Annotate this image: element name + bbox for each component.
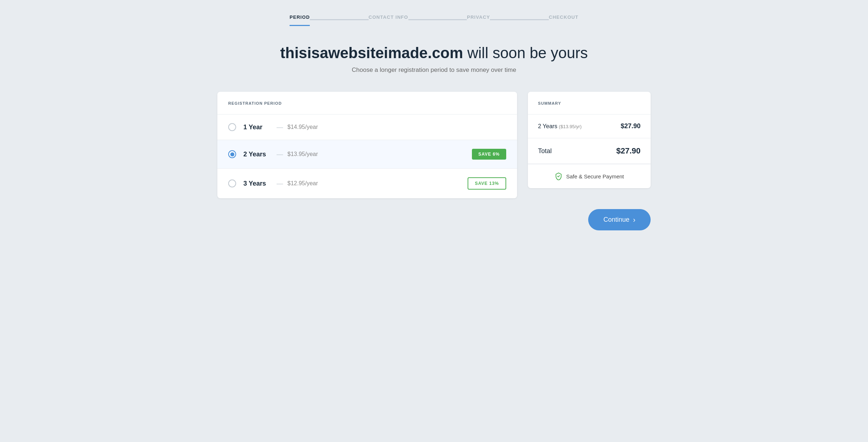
shield-check-icon — [555, 172, 563, 180]
step-connector-2 — [408, 19, 467, 20]
content-row: REGISTRATION PERIOD 1 Year — $14.95/year… — [217, 92, 651, 198]
page-title: thisisawebsiteimade.com will soon be you… — [280, 44, 588, 62]
summary-item-description: 2 Years ($13.95/yr) — [538, 123, 582, 130]
summary-total-row: Total $27.90 — [528, 138, 651, 164]
radio-3yr[interactable] — [228, 179, 236, 187]
save-badge-2yr[interactable]: SAVE 6% — [472, 149, 506, 160]
continue-button-wrapper: Continue › — [217, 209, 651, 230]
chevron-right-icon: › — [633, 216, 635, 224]
radio-inner-2yr — [230, 152, 234, 156]
period-row-3yr[interactable]: 3 Years — $12.95/year SAVE 13% — [217, 169, 517, 198]
title-section: thisisawebsiteimade.com will soon be you… — [280, 44, 588, 74]
period-row-2yr[interactable]: 2 Years — $13.95/year SAVE 6% — [217, 140, 517, 169]
registration-card: REGISTRATION PERIOD 1 Year — $14.95/year… — [217, 92, 517, 198]
step-contact-info[interactable]: CONTACT INFO — [369, 14, 408, 26]
radio-1yr[interactable] — [228, 123, 236, 131]
registration-header: REGISTRATION PERIOD — [217, 92, 517, 114]
step-checkout[interactable]: CHECKOUT — [549, 14, 578, 26]
continue-button[interactable]: Continue › — [588, 209, 651, 230]
summary-header: SUMMARY — [528, 92, 651, 114]
step-period[interactable]: PERIOD — [290, 14, 310, 26]
radio-2yr[interactable] — [228, 150, 236, 158]
step-connector-3 — [490, 19, 549, 20]
save-badge-3yr[interactable]: SAVE 13% — [468, 177, 506, 190]
step-period-underline — [290, 25, 310, 26]
period-row-1yr[interactable]: 1 Year — $14.95/year — [217, 114, 517, 140]
stepper: PERIOD CONTACT INFO PRIVACY CHECKOUT — [290, 14, 578, 26]
step-checkout-underline — [549, 25, 578, 26]
summary-card: SUMMARY 2 Years ($13.95/yr) $27.90 Total… — [528, 92, 651, 188]
step-privacy[interactable]: PRIVACY — [467, 14, 490, 26]
step-privacy-underline — [467, 25, 490, 26]
step-contact-underline — [369, 25, 408, 26]
step-connector-1 — [310, 19, 369, 20]
secure-payment-row: Safe & Secure Payment — [528, 164, 651, 188]
summary-line-item: 2 Years ($13.95/yr) $27.90 — [528, 114, 651, 138]
page-subtitle: Choose a longer registration period to s… — [280, 66, 588, 74]
